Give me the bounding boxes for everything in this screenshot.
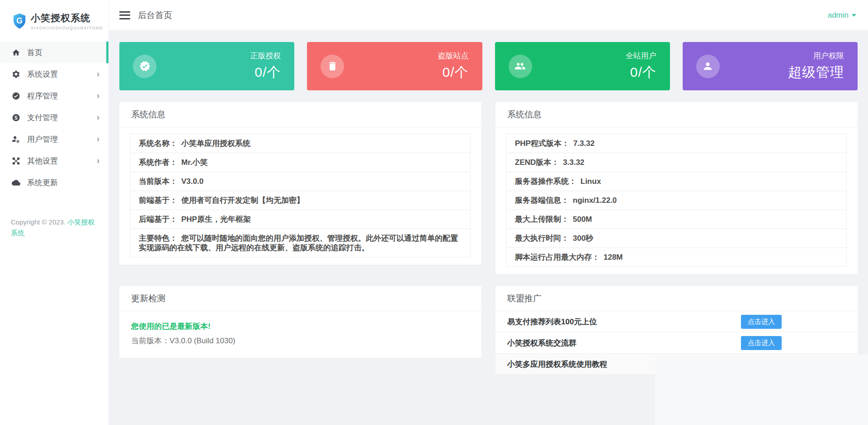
sidebar-item-system-update[interactable]: 系统更新 <box>0 172 108 193</box>
copyright: Copyright © 2023. 小笑授权系统 <box>0 217 108 238</box>
panel-title: 系统信息 <box>495 102 858 127</box>
sidebar-item-home[interactable]: 首页 <box>0 42 108 63</box>
promo-row: 小笑授权系统交流群 点击进入 <box>495 332 858 354</box>
sidebar-item-program-management[interactable]: 程序管理 › <box>0 85 108 107</box>
stat-card-site-users: 全站用户 0/个 <box>495 42 670 90</box>
info-row: 当前版本：V3.0.0 <box>131 172 470 191</box>
copyright-text: Copyright © 2023. <box>11 218 66 226</box>
panel-system-info-right: 系统信息 PHP程式版本：7.3.32 ZEND版本：3.3.32 服务器操作系… <box>495 102 858 274</box>
server-info-table: PHP程式版本：7.3.32 ZEND版本：3.3.32 服务器操作系统：Lin… <box>506 134 847 267</box>
users-icon <box>509 55 532 78</box>
badge-check-icon <box>12 92 20 100</box>
brand-subtitle: XIAOXIAOSHOUQUANXITONG <box>31 26 103 30</box>
system-info-table: 系统名称：小笑单应用授权系统 系统作者：Mr.小笑 当前版本：V3.0.0 前端… <box>130 134 471 257</box>
info-row: ZEND版本：3.3.32 <box>507 153 846 172</box>
stat-label: 全站用户 <box>626 51 656 61</box>
stat-card-user-role: 用户权限 超级管理 <box>683 42 858 90</box>
chevron-right-icon: › <box>97 91 99 101</box>
sidebar-item-label: 系统更新 <box>27 177 99 188</box>
breadcrumb: 后台首页 <box>138 9 172 21</box>
sidebar-item-payment-management[interactable]: 支付管理 › <box>0 107 108 128</box>
info-row: 系统作者：Mr.小笑 <box>131 153 470 172</box>
stat-label: 盗版站点 <box>438 51 469 61</box>
brand-logo: G 小笑授权系统 XIAOXIAOSHOUQUANXITONG <box>0 0 108 42</box>
sidebar-item-label: 支付管理 <box>27 112 97 123</box>
chevron-right-icon: › <box>97 112 99 123</box>
stat-cards-row: 正版授权 0/个 盗版站点 0/个 <box>119 42 858 90</box>
info-row: 系统名称：小笑单应用授权系统 <box>131 134 470 153</box>
info-row: 最大上传限制：500M <box>507 210 846 229</box>
info-row: 最大执行时间：300秒 <box>507 229 846 248</box>
stat-value: 0/个 <box>250 63 281 82</box>
promo-row: 易支付推荐列表100元上位 点击进入 <box>495 311 858 332</box>
current-version-text: 当前版本：V3.0.0 (Build 1030) <box>131 336 470 346</box>
topbar: 后台首页 admin <box>109 0 868 30</box>
chevron-right-icon: › <box>97 69 99 79</box>
stat-label: 用户权限 <box>788 51 844 61</box>
info-row: 服务器端信息：nginx/1.22.0 <box>507 191 846 210</box>
promo-label: 易支付推荐列表100元上位 <box>507 317 597 327</box>
stat-value: 超级管理 <box>788 63 844 82</box>
user-menu[interactable]: admin <box>828 11 856 20</box>
panel-system-info-left: 系统信息 系统名称：小笑单应用授权系统 系统作者：Mr.小笑 当前版本：V3.0… <box>119 102 481 265</box>
home-icon <box>12 48 20 57</box>
panel-update-check: 更新检测 您使用的已是最新版本! 当前版本：V3.0.0 (Build 1030… <box>119 286 481 358</box>
brand-title: 小笑授权系统 <box>31 12 103 24</box>
chevron-right-icon: › <box>97 134 99 145</box>
stat-label: 正版授权 <box>250 51 281 61</box>
stat-card-genuine-license: 正版授权 0/个 <box>119 42 294 90</box>
info-row: 前端基于：使用者可自行开发定制【均无加密】 <box>131 191 470 210</box>
user-gear-icon <box>12 135 20 144</box>
sidebar: G 小笑授权系统 XIAOXIAOSHOUQUANXITONG 首页 系统设置 <box>0 0 109 425</box>
sidebar-item-label: 程序管理 <box>27 91 97 101</box>
promo-label: 小笑多应用授权系统使用教程 <box>507 359 607 369</box>
trash-icon <box>321 55 344 78</box>
cloud-icon <box>12 178 20 187</box>
stat-value: 0/个 <box>626 63 656 82</box>
user-icon <box>696 55 720 78</box>
sidebar-item-label: 其他设置 <box>27 156 97 166</box>
badge-check-icon <box>133 55 156 78</box>
stat-value: 0/个 <box>438 63 469 82</box>
update-status-text: 您使用的已是最新版本! <box>131 321 470 332</box>
shield-logo-icon: G <box>13 13 26 29</box>
system-info-row: 系统信息 系统名称：小笑单应用授权系统 系统作者：Mr.小笑 当前版本：V3.0… <box>119 102 858 274</box>
sidebar-item-other-settings[interactable]: 其他设置 › <box>0 150 108 172</box>
panel-title: 系统信息 <box>119 102 481 127</box>
sidebar-item-system-settings[interactable]: 系统设置 › <box>0 63 108 85</box>
enter-button[interactable]: 点击进入 <box>741 315 782 329</box>
sidebar-menu: 首页 系统设置 › 程序管理 › 支付管理 › <box>0 42 108 193</box>
sidebar-item-label: 系统设置 <box>27 69 97 79</box>
info-row: 服务器操作系统：Linux <box>507 172 846 191</box>
sidebar-item-label: 用户管理 <box>27 134 97 145</box>
stat-card-pirated-sites: 盗版站点 0/个 <box>307 42 482 90</box>
hamburger-menu-icon[interactable] <box>119 11 130 19</box>
nodes-icon <box>12 157 20 165</box>
svg-text:G: G <box>16 16 23 25</box>
info-row: PHP程式版本：7.3.32 <box>507 134 846 153</box>
panel-title: 更新检测 <box>119 286 481 311</box>
white-overlay-artifact <box>655 355 868 425</box>
gear-icon <box>12 70 20 79</box>
info-row: 脚本运行占用最大内存：128M <box>507 248 846 266</box>
info-row: 主要特色：您可以随时随地的面向您的用户添加授权、管理授权。此外还可以通过简单的配… <box>131 229 470 257</box>
username: admin <box>828 11 849 20</box>
panel-title: 联盟推广 <box>495 286 858 311</box>
sidebar-item-user-management[interactable]: 用户管理 › <box>0 128 108 150</box>
enter-button[interactable]: 点击进入 <box>741 336 782 350</box>
promo-label: 小笑授权系统交流群 <box>507 338 576 348</box>
payment-s-icon <box>12 113 20 122</box>
info-row: 后端基于：PHP原生，光年框架 <box>131 210 470 229</box>
caret-down-icon <box>852 14 856 17</box>
sidebar-item-label: 首页 <box>27 47 99 58</box>
chevron-right-icon: › <box>97 156 99 166</box>
